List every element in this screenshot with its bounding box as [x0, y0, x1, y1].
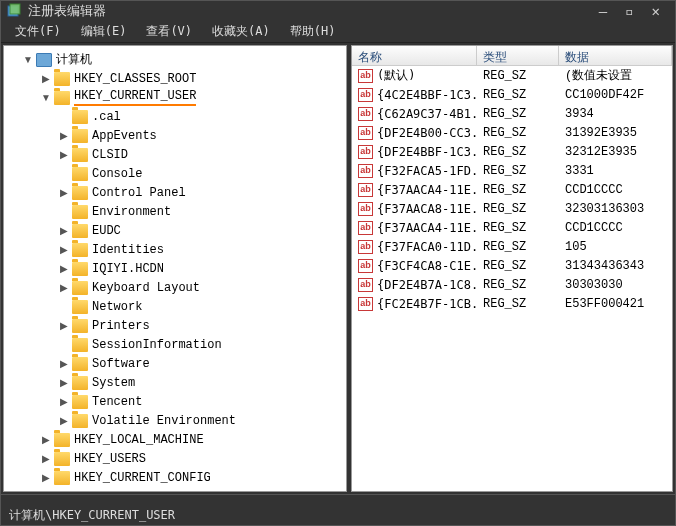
value-row[interactable]: ab{F37FACA0-11D...REG_SZ105	[352, 237, 672, 256]
app-icon	[6, 3, 22, 19]
expand-icon[interactable]: ▶	[40, 453, 52, 465]
minimize-button[interactable]: —	[599, 3, 607, 19]
tree-node[interactable]: ▶HKEY_USERS	[4, 449, 346, 468]
col-header-name[interactable]: 名称	[352, 46, 477, 65]
tree-panel[interactable]: ▼计算机▶HKEY_CLASSES_ROOT▼HKEY_CURRENT_USER…	[3, 45, 347, 492]
folder-icon	[72, 148, 88, 162]
folder-icon	[72, 414, 88, 428]
tree-node[interactable]: ▶SessionInformation	[4, 335, 346, 354]
folder-icon	[72, 243, 88, 257]
value-data-cell: 31343436343	[559, 257, 672, 275]
menu-favorites[interactable]: 收藏夹(A)	[206, 21, 276, 42]
tree-node[interactable]: ▶EUDC	[4, 221, 346, 240]
value-name: {F32FACA5-1FD...	[377, 164, 477, 178]
tree-node[interactable]: ▶Environment	[4, 202, 346, 221]
value-name-cell: ab{F37AACA8-11E...	[352, 200, 477, 218]
tree-node[interactable]: ▶Software	[4, 354, 346, 373]
expand-icon[interactable]: ▶	[58, 415, 70, 427]
tree-node[interactable]: ▶AppEvents	[4, 126, 346, 145]
value-row[interactable]: ab{DF2E4B00-CC3...REG_SZ31392E3935	[352, 123, 672, 142]
tree-node-label: AppEvents	[92, 129, 157, 143]
expand-icon[interactable]: ▶	[58, 377, 70, 389]
collapse-icon[interactable]: ▼	[22, 54, 34, 66]
expand-icon[interactable]: ▶	[58, 282, 70, 294]
statusbar: 计算机\HKEY_CURRENT_USER	[1, 505, 675, 525]
folder-icon	[72, 129, 88, 143]
value-name-cell: ab{F32FACA5-1FD...	[352, 162, 477, 180]
value-row[interactable]: ab{DF2E4B7A-1C8...REG_SZ30303030	[352, 275, 672, 294]
tree-node-label: .cal	[92, 110, 121, 124]
expand-icon[interactable]: ▶	[40, 472, 52, 484]
expand-icon[interactable]: ▶	[58, 320, 70, 332]
value-name-cell: ab{C62A9C37-4B1...	[352, 105, 477, 123]
expand-icon[interactable]: ▶	[58, 187, 70, 199]
tree-node[interactable]: ▶Identities	[4, 240, 346, 259]
value-type-cell: REG_SZ	[477, 257, 559, 275]
folder-icon	[72, 205, 88, 219]
tree-node[interactable]: ▶HKEY_LOCAL_MACHINE	[4, 430, 346, 449]
value-type-cell: REG_SZ	[477, 162, 559, 180]
col-header-type[interactable]: 类型	[477, 46, 559, 65]
value-row[interactable]: ab{FC2E4B7F-1CB...REG_SZE53FF000421	[352, 294, 672, 313]
tree-node[interactable]: ▶Tencent	[4, 392, 346, 411]
value-row[interactable]: ab{DF2E4BBF-1C3...REG_SZ32312E3935	[352, 142, 672, 161]
tree-node[interactable]: ▶System	[4, 373, 346, 392]
value-name: {DF2E4BBF-1C3...	[377, 145, 477, 159]
tree-node[interactable]: ▼HKEY_CURRENT_USER	[4, 88, 346, 107]
tree-node[interactable]: ▶Console	[4, 164, 346, 183]
close-button[interactable]: ✕	[652, 3, 660, 19]
tree-node[interactable]: ▶Network	[4, 297, 346, 316]
expand-icon[interactable]: ▶	[58, 396, 70, 408]
tree-node[interactable]: ▶Printers	[4, 316, 346, 335]
collapse-icon[interactable]: ▼	[40, 92, 52, 104]
tree-node[interactable]: ▶HKEY_CLASSES_ROOT	[4, 69, 346, 88]
value-name-cell: ab{FC2E4B7F-1CB...	[352, 295, 477, 313]
expand-icon[interactable]: ▶	[40, 73, 52, 85]
tree-node[interactable]: ▶CLSID	[4, 145, 346, 164]
menu-file[interactable]: 文件(F)	[9, 21, 67, 42]
expand-icon[interactable]: ▶	[40, 434, 52, 446]
window-title: 注册表编辑器	[28, 2, 599, 20]
value-data-cell: CCD1CCCC	[559, 181, 672, 199]
value-row[interactable]: ab{F37AACA4-11E...REG_SZCCD1CCCC	[352, 180, 672, 199]
menu-edit[interactable]: 编辑(E)	[75, 21, 133, 42]
tree-node-label: Printers	[92, 319, 150, 333]
value-type-cell: REG_SZ	[477, 295, 559, 313]
value-row[interactable]: ab(默认)REG_SZ(数值未设置	[352, 66, 672, 85]
expand-icon[interactable]: ▶	[58, 263, 70, 275]
value-row[interactable]: ab{F32FACA5-1FD...REG_SZ3331	[352, 161, 672, 180]
value-data-cell: 32312E3935	[559, 143, 672, 161]
tree-node[interactable]: ▶Volatile Environment	[4, 411, 346, 430]
tree-node[interactable]: ▶Control Panel	[4, 183, 346, 202]
expand-icon[interactable]: ▶	[58, 130, 70, 142]
value-data-cell: CCD1CCCC	[559, 219, 672, 237]
value-row[interactable]: ab{F3CF4CA8-C1E...REG_SZ31343436343	[352, 256, 672, 275]
expand-icon[interactable]: ▶	[58, 225, 70, 237]
col-header-data[interactable]: 数据	[559, 46, 672, 65]
maximize-button[interactable]: ▫	[625, 3, 633, 19]
expand-icon[interactable]: ▶	[58, 358, 70, 370]
menu-view[interactable]: 查看(V)	[140, 21, 198, 42]
values-panel[interactable]: 名称 类型 数据 ab(默认)REG_SZ(数值未设置ab{4C2E4BBF-1…	[351, 45, 673, 492]
tree-node[interactable]: ▶Keyboard Layout	[4, 278, 346, 297]
expand-icon[interactable]: ▶	[58, 149, 70, 161]
tree-node[interactable]: ▶IQIYI.HCDN	[4, 259, 346, 278]
tree-node[interactable]: ▶.cal	[4, 107, 346, 126]
string-value-icon: ab	[358, 164, 373, 178]
value-row[interactable]: ab{F37AACA4-11E...REG_SZCCD1CCCC	[352, 218, 672, 237]
bottom-spacer	[1, 494, 675, 505]
value-name-cell: ab{DF2E4B7A-1C8...	[352, 276, 477, 294]
tree-node[interactable]: ▼计算机	[4, 50, 346, 69]
expand-icon[interactable]: ▶	[58, 244, 70, 256]
string-value-icon: ab	[358, 107, 373, 121]
menu-help[interactable]: 帮助(H)	[284, 21, 342, 42]
value-name-cell: ab{4C2E4BBF-1C3...	[352, 86, 477, 104]
value-row[interactable]: ab{4C2E4BBF-1C3...REG_SZCC1000DF42F	[352, 85, 672, 104]
value-data-cell: E53FF000421	[559, 295, 672, 313]
value-type-cell: REG_SZ	[477, 200, 559, 218]
folder-icon	[72, 376, 88, 390]
value-row[interactable]: ab{C62A9C37-4B1...REG_SZ3934	[352, 104, 672, 123]
tree-node[interactable]: ▶HKEY_CURRENT_CONFIG	[4, 468, 346, 487]
value-row[interactable]: ab{F37AACA8-11E...REG_SZ32303136303	[352, 199, 672, 218]
string-value-icon: ab	[358, 69, 373, 83]
